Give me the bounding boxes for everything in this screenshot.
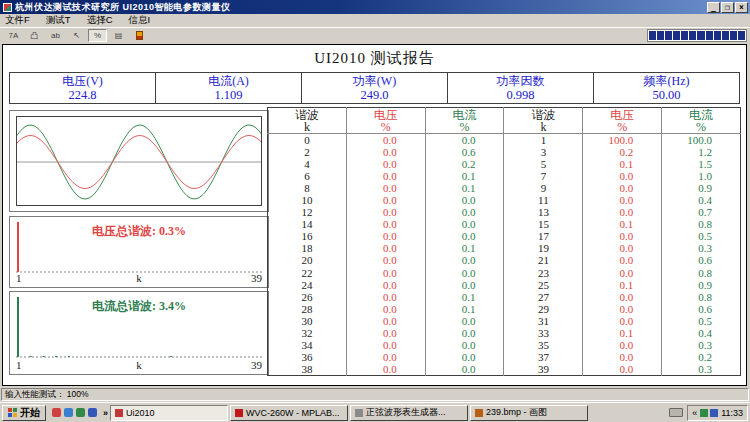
taskbar-task-paint[interactable]: 239.bmp - 画图 — [470, 405, 588, 421]
harmonic-cell: 0.0 — [425, 134, 504, 147]
harmonic-cell: 0.0 — [425, 206, 504, 218]
harmonic-cell: 0.0 — [583, 242, 662, 254]
harmonic-cell: 0.0 — [583, 206, 662, 218]
volume-icon[interactable] — [710, 409, 718, 417]
axis-tick-min: 1 — [16, 272, 22, 284]
harmonic-cell: 1 — [504, 134, 583, 147]
quicklaunch-overflow-icon[interactable]: » — [103, 408, 108, 418]
harmonic-cell: 0.0 — [583, 230, 662, 242]
tray-collapse-icon[interactable]: « — [692, 408, 697, 418]
harmonic-cell: 20 — [268, 254, 347, 266]
restore-button[interactable]: ❐ — [721, 2, 734, 13]
harmonic-cell: 10 — [268, 194, 347, 206]
start-label: 开始 — [20, 406, 40, 420]
table-row: 220.00.0230.00.8 — [268, 267, 741, 279]
table-row: 20.00.630.21.2 — [268, 146, 741, 158]
pointer-icon[interactable]: ↖ — [67, 29, 86, 42]
axis-tick-max: 39 — [251, 272, 262, 284]
harmonic-cell: 0.0 — [346, 315, 425, 327]
lock-icon[interactable]: 凸 — [25, 29, 44, 42]
table-row: 80.00.190.00.9 — [268, 182, 741, 194]
menu-item-file[interactable]: 文件F — [5, 14, 30, 27]
desktop-icon[interactable] — [76, 408, 85, 417]
harmonic-cell: 0.3 — [662, 363, 741, 376]
harmonic-cell: 1.5 — [662, 158, 741, 170]
percent-icon[interactable]: % — [88, 29, 107, 42]
harmonic-cell: 12 — [268, 206, 347, 218]
harmonic-cell: 0.0 — [346, 339, 425, 351]
summary-current: 电流(A) 1.109 — [155, 72, 302, 104]
taskbar-task-ui2010[interactable]: Ui2010 — [110, 405, 228, 421]
harmonic-cell: 0.0 — [346, 363, 425, 376]
messenger-icon[interactable] — [52, 408, 61, 417]
mplab-icon — [235, 409, 243, 417]
toolbar: 7A凸ab↖%▤ — [0, 27, 750, 43]
start-button[interactable]: 开始 — [2, 405, 46, 421]
harmonic-cell: 0.0 — [346, 230, 425, 242]
table-row: 320.00.0330.10.4 — [268, 327, 741, 339]
harmonic-cell: 13 — [504, 206, 583, 218]
led-block — [714, 31, 721, 40]
harmonic-cell: 21 — [504, 254, 583, 266]
taskbar-task-sine-generator[interactable]: 正弦波形表生成器... — [350, 405, 468, 421]
menu-item-info[interactable]: 信息I — [129, 14, 151, 27]
summary-value: 224.8 — [10, 88, 155, 102]
harmonic-cell: 0.1 — [425, 170, 504, 182]
minimize-button[interactable]: _ — [707, 2, 720, 13]
menu-bar: 文件F 测试T 选择C 信息I — [0, 14, 750, 27]
harmonic-cell: 0.1 — [425, 182, 504, 194]
table-row: 160.00.0170.00.5 — [268, 230, 741, 242]
harmonic-cell: 0.1 — [583, 279, 662, 291]
harmonic-col-header: 谐波k — [504, 108, 583, 134]
harmonic-cell: 0.8 — [662, 218, 741, 230]
harmonic-cell: 0.0 — [346, 146, 425, 158]
close-button[interactable]: × — [735, 2, 748, 13]
harmonic-cell: 0.0 — [583, 170, 662, 182]
printer-tray-icon[interactable] — [669, 408, 683, 417]
harmonic-cell: 0.2 — [583, 146, 662, 158]
window-title: 杭州伏达测试技术研究所 UI2010智能电参数测量仪 — [15, 1, 706, 14]
table-row: 200.00.0210.00.6 — [268, 254, 741, 266]
explorer-icon[interactable] — [64, 408, 73, 417]
harmonic-cell: 0.0 — [583, 303, 662, 315]
browser-icon[interactable] — [88, 408, 97, 417]
probe-icon[interactable]: 7A — [4, 29, 23, 42]
harmonic-cell: 19 — [504, 242, 583, 254]
led-block — [738, 31, 745, 40]
harmonic-cell: 3 — [504, 146, 583, 158]
summary-label: 电压(V) — [10, 74, 155, 88]
summary-value: 249.0 — [302, 88, 447, 102]
harmonic-cell: 0.0 — [425, 339, 504, 351]
harmonic-cell: 5 — [504, 158, 583, 170]
harmonic-cell: 0.0 — [346, 303, 425, 315]
table-row: 60.00.170.01.0 — [268, 170, 741, 182]
harmonic-cell: 0.7 — [662, 206, 741, 218]
menu-item-select[interactable]: 选择C — [87, 14, 113, 27]
harmonics-header-row: 谐波k电压%电流%谐波k电压%电流% — [268, 108, 741, 134]
taskbar-task-mplab[interactable]: WVC-260W - MPLAB... — [230, 405, 348, 421]
harmonic-cell: 18 — [268, 242, 347, 254]
harmonic-cell: 0.0 — [425, 267, 504, 279]
table-row: 240.00.0250.10.9 — [268, 279, 741, 291]
led-block — [689, 31, 696, 40]
harmonic-cell: 2 — [268, 146, 347, 158]
table-row: 40.00.250.11.5 — [268, 158, 741, 170]
label-icon[interactable]: ab — [46, 29, 65, 42]
harmonic-cell: 0.0 — [583, 194, 662, 206]
page-title: UI2010 测试报告 — [3, 49, 746, 68]
axis-label-k: k — [136, 272, 142, 284]
waveform-panel — [9, 110, 269, 212]
current-spectrum-panel: 电流总谐波: 3.4% 1 k 39 — [9, 291, 269, 375]
printer-icon[interactable]: ▤ — [109, 29, 128, 42]
menu-item-test[interactable]: 测试T — [46, 14, 71, 27]
led-block — [706, 31, 713, 40]
harmonic-bar-k9 — [68, 356, 70, 357]
harmonic-cell: 0.0 — [583, 267, 662, 279]
summary-label: 功率(W) — [302, 74, 447, 88]
windows-logo-icon — [8, 408, 17, 417]
harmonic-cell: 0.5 — [662, 230, 741, 242]
update-icon[interactable] — [700, 409, 708, 417]
exit-icon[interactable] — [130, 29, 149, 42]
harmonic-cell: 0.0 — [583, 254, 662, 266]
harmonic-cell: 24 — [268, 279, 347, 291]
